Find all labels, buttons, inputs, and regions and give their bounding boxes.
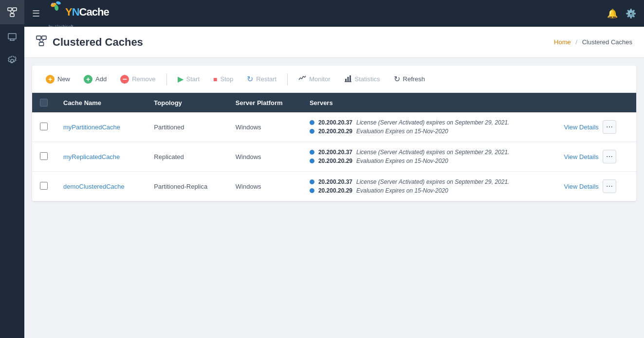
- platform-cell: Windows: [228, 172, 302, 201]
- table-row: myReplicatedCacheReplicatedWindows20.200…: [32, 142, 636, 172]
- restart-button[interactable]: ↻ Restart: [241, 71, 282, 87]
- sidebar-item-clustered-caches[interactable]: [0, 0, 24, 24]
- notification-icon[interactable]: 🔔: [607, 8, 618, 19]
- server-row: 20.200.20.29Evaluation Expires on 15-Nov…: [310, 128, 549, 135]
- platform-cell: Windows: [228, 112, 302, 142]
- server-ip: 20.200.20.37: [318, 178, 352, 185]
- server-ip: 20.200.20.29: [318, 187, 352, 194]
- table-header-row: Cache Name Topology Server Platform Serv…: [32, 93, 636, 112]
- row-checkbox-1[interactable]: [40, 152, 48, 160]
- server-row: 20.200.20.29Evaluation Expires on 15-Nov…: [310, 187, 549, 194]
- svg-point-13: [53, 3, 54, 4]
- sidebar-item-settings[interactable]: [0, 49, 24, 73]
- server-license: License (Server Activated) expires on Se…: [356, 178, 509, 185]
- statistics-icon: [344, 74, 352, 84]
- add-icon: +: [84, 75, 92, 84]
- svg-rect-15: [42, 36, 46, 39]
- svg-line-17: [39, 39, 42, 42]
- server-license: License (Server Activated) expires on Se…: [356, 119, 509, 126]
- start-label: Start: [186, 75, 200, 83]
- view-details-link[interactable]: View Details: [564, 183, 598, 190]
- server-status-dot: [310, 129, 314, 134]
- server-status-dot: [310, 150, 314, 155]
- new-label: New: [57, 75, 70, 83]
- cache-name-cell: demoClusteredCache: [55, 172, 146, 201]
- monitor-button[interactable]: Monitor: [293, 71, 336, 87]
- server-row: 20.200.20.37License (Server Activated) e…: [310, 149, 549, 156]
- server-ip: 20.200.20.37: [318, 119, 352, 126]
- breadcrumb-home-link[interactable]: Home: [554, 38, 571, 46]
- start-icon: ▶: [178, 74, 184, 84]
- remove-icon: −: [120, 75, 129, 84]
- sidebar: [0, 0, 24, 338]
- header-actions: [556, 93, 636, 112]
- refresh-button[interactable]: ↻ Refresh: [388, 71, 431, 87]
- cache-table: Cache Name Topology Server Platform Serv…: [32, 93, 636, 201]
- hamburger-menu[interactable]: ☰: [32, 8, 40, 19]
- actions-cell: View Details⋯: [556, 172, 636, 201]
- server-license: License (Server Activated) expires on Se…: [356, 149, 509, 156]
- new-icon: +: [46, 75, 55, 84]
- cache-name-cell: myReplicatedCache: [55, 142, 146, 172]
- breadcrumb: Home / Clustered Caches: [554, 38, 632, 46]
- logo-area: YNCache by Alachisoft: [48, 0, 109, 29]
- topology-cell: Partitioned: [146, 112, 228, 142]
- content-area: + New + Add − Remove ▶ Start ■: [32, 66, 636, 201]
- header-checkbox-col: [32, 93, 55, 112]
- toolbar-separator-2: [287, 73, 288, 85]
- add-button[interactable]: + Add: [78, 72, 112, 87]
- restart-label: Restart: [256, 75, 276, 83]
- server-license: Evaluation Expires on 15-Nov-2020: [356, 158, 448, 164]
- more-actions-button[interactable]: ⋯: [603, 120, 616, 134]
- remove-button[interactable]: − Remove: [114, 72, 161, 87]
- server-license: Evaluation Expires on 15-Nov-2020: [356, 187, 448, 194]
- breadcrumb-separator: /: [575, 38, 577, 46]
- svg-line-18: [41, 39, 44, 42]
- row-checkbox-cell: [32, 112, 55, 142]
- svg-rect-21: [347, 77, 349, 82]
- sidebar-item-client-nodes[interactable]: [0, 24, 24, 49]
- server-status-dot: [310, 120, 314, 125]
- monitor-icon: [298, 74, 306, 84]
- svg-rect-16: [39, 42, 44, 46]
- restart-icon: ↻: [247, 74, 253, 84]
- cache-name-link[interactable]: myReplicatedCache: [63, 153, 120, 160]
- stop-button[interactable]: ■ Stop: [207, 72, 239, 86]
- start-button[interactable]: ▶ Start: [172, 71, 205, 87]
- server-row: 20.200.20.37License (Server Activated) e…: [310, 178, 549, 185]
- table-row: demoClusteredCachePartitioned-ReplicaWin…: [32, 172, 636, 201]
- select-all-checkbox[interactable]: [40, 99, 48, 107]
- cache-name-link[interactable]: demoClusteredCache: [63, 183, 125, 190]
- svg-line-4: [12, 11, 15, 14]
- view-details-link[interactable]: View Details: [564, 124, 598, 131]
- svg-rect-14: [37, 36, 41, 39]
- more-actions-button[interactable]: ⋯: [603, 179, 616, 193]
- svg-rect-2: [10, 14, 14, 17]
- cache-name-link[interactable]: myPartitionedCache: [63, 124, 120, 131]
- row-checkbox-0[interactable]: [40, 123, 48, 130]
- row-checkbox-2[interactable]: [40, 182, 48, 190]
- topology-cell: Replicated: [146, 142, 228, 172]
- servers-cell: 20.200.20.37License (Server Activated) e…: [302, 112, 556, 142]
- logo-text: YNCache: [65, 6, 109, 18]
- header-topology: Topology: [146, 93, 228, 112]
- server-ip: 20.200.20.37: [318, 149, 352, 156]
- statistics-button[interactable]: Statistics: [338, 71, 386, 87]
- toolbar: + New + Add − Remove ▶ Start ■: [32, 66, 636, 93]
- svg-rect-22: [350, 75, 351, 82]
- server-row: 20.200.20.29Evaluation Expires on 15-Nov…: [310, 158, 549, 164]
- toolbar-separator-1: [166, 73, 167, 85]
- more-actions-button[interactable]: ⋯: [603, 150, 616, 163]
- svg-line-3: [10, 11, 12, 14]
- new-button[interactable]: + New: [40, 72, 76, 87]
- view-details-link[interactable]: View Details: [564, 153, 598, 160]
- add-label: Add: [95, 75, 107, 83]
- stop-label: Stop: [221, 75, 234, 83]
- settings-gear-icon[interactable]: ⚙️: [626, 8, 636, 19]
- refresh-icon: ↻: [394, 74, 400, 84]
- header-cache-name: Cache Name: [55, 93, 146, 112]
- server-ip: 20.200.20.29: [318, 128, 352, 135]
- logo-icon: YNCache by Alachisoft: [48, 0, 109, 29]
- actions-cell: View Details⋯: [556, 112, 636, 142]
- main-wrapper: ☰ YNCache: [24, 0, 644, 338]
